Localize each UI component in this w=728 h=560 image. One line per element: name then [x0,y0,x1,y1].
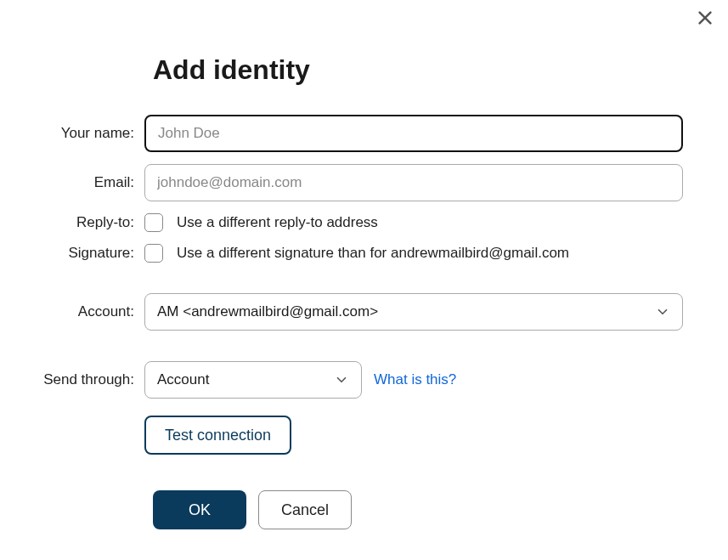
ok-button[interactable]: OK [153,490,246,529]
signature-text: Use a different signature than for andre… [177,245,569,262]
send-through-select[interactable]: Account [144,361,362,399]
email-input[interactable] [144,164,683,201]
chevron-down-icon [655,304,670,320]
dialog-title: Add identity [153,54,728,86]
account-select[interactable]: AM <andrewmailbird@gmail.com> [144,293,683,331]
test-connection-button[interactable]: Test connection [144,416,291,455]
send-through-label: Send through: [0,371,144,388]
send-through-selected-value: Account [157,371,209,388]
what-is-this-link[interactable]: What is this? [374,371,456,388]
chevron-down-icon [334,372,349,387]
name-label: Your name: [0,125,144,142]
reply-to-label: Reply-to: [0,214,144,231]
reply-to-text: Use a different reply-to address [177,214,378,231]
account-label: Account: [0,303,144,320]
close-icon [696,15,714,30]
reply-to-checkbox[interactable] [144,213,163,232]
signature-label: Signature: [0,245,144,262]
cancel-button[interactable]: Cancel [258,490,352,529]
name-input[interactable] [144,115,683,152]
account-selected-value: AM <andrewmailbird@gmail.com> [157,303,378,320]
signature-checkbox[interactable] [144,244,163,263]
close-button[interactable] [696,8,714,31]
email-label: Email: [0,174,144,191]
